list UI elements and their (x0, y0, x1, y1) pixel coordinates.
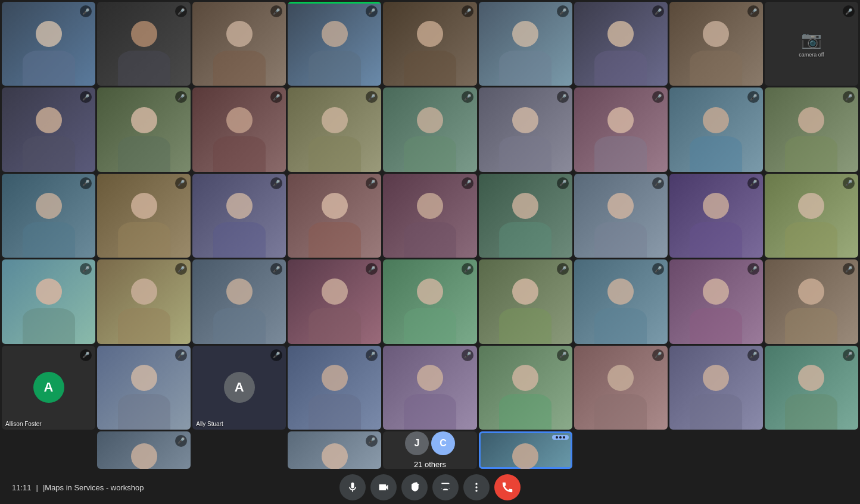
participant-cell-bottom-1[interactable]: 🎤 (97, 431, 191, 469)
mute-icon-35: 🎤 (747, 263, 759, 275)
participant-cell-26[interactable]: 🎤 (669, 174, 763, 258)
mute-icon-30: 🎤 (270, 263, 282, 275)
mute-icon-22: 🎤 (366, 177, 378, 189)
participant-cell-5[interactable]: 🎤 (383, 2, 476, 86)
participant-cell-31[interactable]: 🎤 (288, 259, 381, 343)
participant-cell-16[interactable]: 🎤 (574, 87, 668, 171)
participant-cell-13[interactable]: 🎤 (288, 87, 381, 171)
participant-cell-6[interactable]: 🎤 (479, 2, 572, 86)
participant-cell-36[interactable]: 🎤 (765, 259, 858, 343)
mute-icon-18: 🎤 (843, 91, 855, 103)
participant-cell-28[interactable]: 🎤 (2, 259, 95, 343)
participant-cell-18[interactable]: 🎤 (765, 87, 858, 171)
empty-cell-2 (192, 431, 286, 469)
participant-cell-34[interactable]: 🎤 (574, 259, 668, 343)
empty-cell-1 (2, 431, 95, 469)
mute-icon-13: 🎤 (366, 91, 378, 103)
participant-cell-allison[interactable]: 🎤 A Allison Foster (2, 346, 95, 430)
participant-cell-42[interactable]: 🎤 (669, 346, 763, 430)
participant-cell-22[interactable]: 🎤 (288, 174, 381, 258)
mute-icon-ally: 🎤 (270, 349, 282, 361)
participant-cell-38[interactable]: 🎤 (288, 346, 381, 430)
mute-icon-32: 🎤 (462, 263, 473, 275)
participant-cell-9[interactable]: 🎤 📷 camera off (765, 2, 858, 86)
camera-button[interactable] (370, 474, 397, 500)
participant-cell-27[interactable]: 🎤 (765, 174, 858, 258)
participant-cell-8[interactable]: 🎤 (669, 2, 763, 86)
active-speaker-cell[interactable] (479, 431, 572, 469)
participant-cell-10[interactable]: 🎤 (2, 87, 95, 171)
participant-cell-14[interactable]: 🎤 (383, 87, 476, 171)
participant-cell-32[interactable]: 🎤 (383, 259, 476, 343)
mute-icon-21: 🎤 (270, 177, 282, 189)
mute-icon-43: 🎤 (843, 349, 855, 361)
participant-cell-2[interactable]: 🎤 (97, 2, 191, 86)
participant-cell-4[interactable]: 🎤 (288, 2, 381, 86)
mute-icon-allison: 🎤 (80, 349, 92, 361)
mute-icon-41: 🎤 (652, 349, 664, 361)
avatar-ally: A (224, 372, 255, 403)
others-count: 21 others (414, 460, 446, 469)
mute-icon-9: 🎤 (843, 5, 855, 17)
participant-cell-43[interactable]: 🎤 (765, 346, 858, 430)
participant-cell-21[interactable]: 🎤 (192, 174, 286, 258)
participant-cell-41[interactable]: 🎤 (574, 346, 668, 430)
mute-icon-24: 🎤 (557, 177, 569, 189)
participant-cell-33[interactable]: 🎤 (479, 259, 572, 343)
participant-cell-25[interactable]: 🎤 (574, 174, 668, 258)
more-options-button[interactable] (463, 474, 490, 500)
participant-cell-20[interactable]: 🎤 (97, 174, 191, 258)
present-button[interactable] (432, 474, 459, 500)
participant-cell-35[interactable]: 🎤 (669, 259, 763, 343)
participant-cell-19[interactable]: 🎤 (2, 174, 95, 258)
mute-icon-27: 🎤 (843, 177, 855, 189)
participant-cell-37[interactable]: 🎤 (97, 346, 191, 430)
participant-cell-12[interactable]: 🎤 (192, 87, 286, 171)
mute-icon-12: 🎤 (270, 91, 282, 103)
mute-icon-26: 🎤 (747, 177, 759, 189)
participant-cell-23[interactable]: 🎤 (383, 174, 476, 258)
mute-icon-40: 🎤 (557, 349, 569, 361)
mute-icon-39: 🎤 (462, 349, 473, 361)
mute-icon-38: 🎤 (366, 349, 378, 361)
participant-cell-ally[interactable]: 🎤 A Ally Stuart (192, 346, 286, 430)
mute-icon-17: 🎤 (747, 91, 759, 103)
mute-icon-37: 🎤 (175, 349, 187, 361)
no-camera-icon-9: 📷 (801, 30, 822, 49)
name-allison: Allison Foster (5, 421, 42, 427)
video-grid: 🎤 🎤 🎤 🎤 🎤 🎤 (0, 0, 860, 471)
participant-cell-bottom-2[interactable]: 🎤 (288, 431, 381, 469)
participant-cell-3[interactable]: 🎤 (192, 2, 286, 86)
participant-cell-15[interactable]: 🎤 (479, 87, 572, 171)
raise-hand-button[interactable] (401, 474, 428, 500)
mute-icon-10: 🎤 (80, 91, 92, 103)
participant-cell-11[interactable]: 🎤 (97, 87, 191, 171)
mic-button[interactable] (339, 474, 366, 500)
mute-icon-6: 🎤 (557, 5, 569, 17)
mute-icon-4: 🎤 (366, 5, 378, 17)
mute-icon-16: 🎤 (652, 91, 664, 103)
participant-cell-17[interactable]: 🎤 (669, 87, 763, 171)
mute-icon-28: 🎤 (80, 263, 92, 275)
mute-icon-19: 🎤 (80, 177, 92, 189)
mute-icon-29: 🎤 (175, 263, 187, 275)
name-ally: Ally Stuart (196, 421, 223, 427)
mute-icon-2: 🎤 (175, 5, 187, 17)
participant-cell-39[interactable]: 🎤 (383, 346, 476, 430)
mute-icon-14: 🎤 (462, 91, 473, 103)
mute-icon-36: 🎤 (843, 263, 855, 275)
svg-point-0 (475, 483, 477, 485)
meeting-title: |Maps in Services - workshop (43, 483, 144, 492)
participant-cell-40[interactable]: 🎤 (479, 346, 572, 430)
participant-cell-24[interactable]: 🎤 (479, 174, 572, 258)
mute-icon-5: 🎤 (462, 5, 473, 17)
participant-cell-7[interactable]: 🎤 (574, 2, 668, 86)
end-call-button[interactable] (494, 474, 521, 500)
mute-icon-3: 🎤 (270, 5, 282, 17)
others-cell[interactable]: J C 21 others (383, 431, 476, 469)
svg-point-2 (475, 490, 477, 492)
participant-cell-1[interactable]: 🎤 (2, 2, 95, 86)
participant-cell-30[interactable]: 🎤 (192, 259, 286, 343)
participant-cell-29[interactable]: 🎤 (97, 259, 191, 343)
mute-icon-7: 🎤 (652, 5, 664, 17)
